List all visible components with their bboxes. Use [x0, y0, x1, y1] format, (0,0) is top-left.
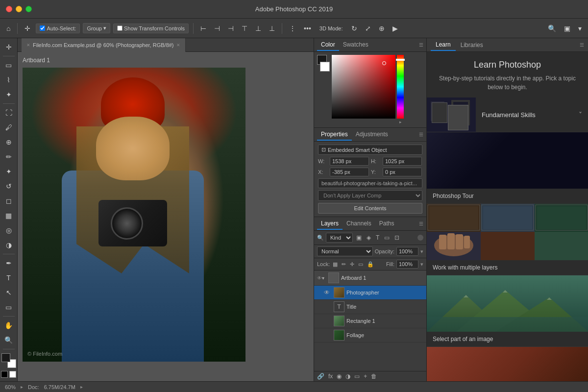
layer-comp-select[interactable]: Don't Apply Layer Comp [318, 190, 422, 201]
eraser-tool[interactable]: ◻ [1, 194, 16, 208]
kind-filter-select[interactable]: Kind [326, 233, 353, 243]
add-mask-btn[interactable]: ◉ [337, 373, 342, 380]
artboard-group[interactable]: 👁 ▾ Artboard 1 [314, 270, 426, 286]
tab-paths[interactable]: Paths [375, 218, 398, 230]
move-tool-icon[interactable]: ✛ [22, 23, 33, 34]
filter-type-icon[interactable]: T [374, 234, 381, 242]
color-panel-menu-icon[interactable]: ☰ [419, 42, 423, 48]
magic-wand-tool[interactable]: ✦ [1, 88, 16, 101]
align-bottom-icon[interactable]: ⊥ [267, 23, 277, 34]
path-select-tool[interactable]: ↖ [1, 286, 16, 299]
opacity-input[interactable] [396, 247, 418, 256]
clone-tool[interactable]: ✦ [1, 165, 16, 178]
fill-input[interactable] [396, 260, 418, 269]
lasso-tool[interactable]: ⌇ [1, 73, 16, 87]
show-transform-checkbox[interactable] [117, 25, 122, 31]
tutorial-card-mask[interactable]: Use a layer mask to add an object to an … [427, 347, 588, 381]
tab-close-x[interactable]: ✕ [26, 43, 30, 48]
zoom-tool[interactable]: 🔍 [1, 333, 16, 347]
maximize-button[interactable] [25, 6, 32, 12]
auto-select-toggle[interactable]: Auto-Select: [36, 24, 80, 33]
align-right-icon[interactable]: ⊣ [225, 23, 236, 34]
blend-mode-select[interactable]: Normal [317, 246, 373, 256]
lock-artboard-btn[interactable]: ▭ [357, 260, 364, 269]
h-input[interactable] [383, 157, 422, 166]
tab-libraries[interactable]: Libraries [456, 40, 488, 50]
quick-mask-icon[interactable] [1, 371, 8, 378]
align-center-v-icon[interactable]: ⊣ [212, 23, 222, 34]
artboard-vis-icon[interactable]: 👁 [317, 275, 322, 281]
type-tool[interactable]: T [1, 271, 16, 285]
photo-canvas[interactable]: © FileInfo.com [23, 68, 245, 362]
tutorial-card-tour[interactable]: Photoshop Tour [427, 132, 588, 204]
tab-layers[interactable]: Layers [317, 218, 343, 230]
filter-adjust-icon[interactable]: ◈ [365, 234, 372, 242]
tutorial-card-layers[interactable]: Work with multiple layers [427, 204, 588, 275]
document-tab[interactable]: ✕ FileInfo.com Example.psd @ 60% (Photog… [22, 38, 186, 52]
arrange-icon[interactable]: ▣ [562, 23, 573, 34]
auto-select-checkbox[interactable] [40, 25, 45, 31]
distribute-icon[interactable]: ⋮ [287, 23, 298, 34]
layer-title[interactable]: T Title [314, 300, 426, 314]
fill-arrow-icon[interactable]: ▾ [420, 261, 423, 268]
group-dropdown[interactable]: Group ▾ [83, 23, 110, 33]
zoom-arrow-icon[interactable]: ▸ [21, 384, 23, 390]
section-header-fundamental[interactable]: Fundamental Skills ˅ [427, 98, 588, 132]
align-center-h-icon[interactable]: ⊥ [253, 23, 264, 34]
blur-tool[interactable]: ◎ [1, 223, 16, 237]
filter-shape-icon[interactable]: ▭ [383, 234, 391, 242]
filter-smart-icon[interactable]: ⊡ [393, 234, 401, 242]
healing-tool[interactable]: ⊕ [1, 135, 16, 149]
brush-tool[interactable]: ✏ [1, 150, 16, 164]
layer-vis-photographer[interactable]: 👁 [324, 289, 332, 296]
hue-slider-bar[interactable] [397, 55, 404, 119]
x-input[interactable] [330, 168, 369, 176]
3d-scale-icon[interactable]: ⊕ [376, 23, 387, 34]
layers-panel-menu-icon[interactable]: ☰ [419, 221, 423, 226]
lock-image-btn[interactable]: ✏ [341, 260, 347, 269]
link-layers-btn[interactable]: 🔗 [317, 373, 324, 380]
new-group-btn[interactable]: ▭ [354, 373, 360, 380]
props-panel-menu-icon[interactable]: ☰ [419, 132, 423, 137]
lock-all-btn[interactable]: 🔒 [366, 260, 375, 269]
more-options-icon[interactable]: ••• [301, 23, 314, 34]
screen-mode-icon[interactable] [9, 371, 16, 378]
tab-adjustments[interactable]: Adjustments [352, 129, 392, 141]
layer-photographer[interactable]: 👁 Photographer [314, 286, 426, 300]
3d-move-icon[interactable]: ⤢ [363, 23, 373, 34]
doc-arrow-icon[interactable]: ▸ [80, 384, 83, 390]
color-saturation-value[interactable] [332, 55, 395, 119]
home-icon[interactable]: ⌂ [4, 23, 13, 34]
tab-learn[interactable]: Learn [431, 39, 456, 51]
color-selector[interactable] [1, 353, 16, 368]
history-brush-tool[interactable]: ↺ [1, 179, 16, 193]
close-button[interactable] [6, 6, 12, 12]
tutorial-card-select[interactable]: Select part of an image [427, 275, 588, 347]
foreground-color-swatch[interactable] [1, 353, 10, 362]
new-adjustment-btn[interactable]: ◑ [345, 373, 350, 380]
lock-transparent-btn[interactable]: ▦ [332, 260, 339, 269]
marquee-tool[interactable]: ▭ [1, 58, 16, 72]
dodge-tool[interactable]: ◑ [1, 238, 16, 252]
tab-channels[interactable]: Channels [343, 218, 375, 230]
gradient-tool[interactable]: ▦ [1, 209, 16, 222]
search-icon[interactable]: 🔍 [545, 23, 559, 34]
layer-follage[interactable]: Follage [314, 328, 426, 343]
tab-color[interactable]: Color [317, 39, 339, 51]
new-layer-btn[interactable]: + [364, 373, 367, 380]
lock-position-btn[interactable]: ✛ [349, 260, 355, 269]
w-input[interactable] [330, 157, 369, 166]
pen-tool[interactable]: ✒ [1, 256, 16, 270]
minimize-button[interactable] [16, 6, 22, 12]
filter-pixel-icon[interactable]: ▣ [355, 234, 363, 242]
background-swatch[interactable] [320, 62, 330, 72]
fx-btn[interactable]: fx [328, 373, 333, 380]
show-transform-toggle[interactable]: Show Transform Controls [113, 24, 189, 33]
edit-contents-button[interactable]: Edit Contents [318, 203, 422, 214]
align-left-icon[interactable]: ⊢ [198, 23, 209, 34]
delete-layer-btn[interactable]: 🗑 [371, 373, 377, 380]
tab-swatches[interactable]: Swatches [339, 39, 372, 51]
tab-properties[interactable]: Properties [317, 129, 352, 141]
align-top-icon[interactable]: ⊤ [239, 23, 250, 34]
layer-rectangle[interactable]: Rectangle 1 [314, 314, 426, 328]
